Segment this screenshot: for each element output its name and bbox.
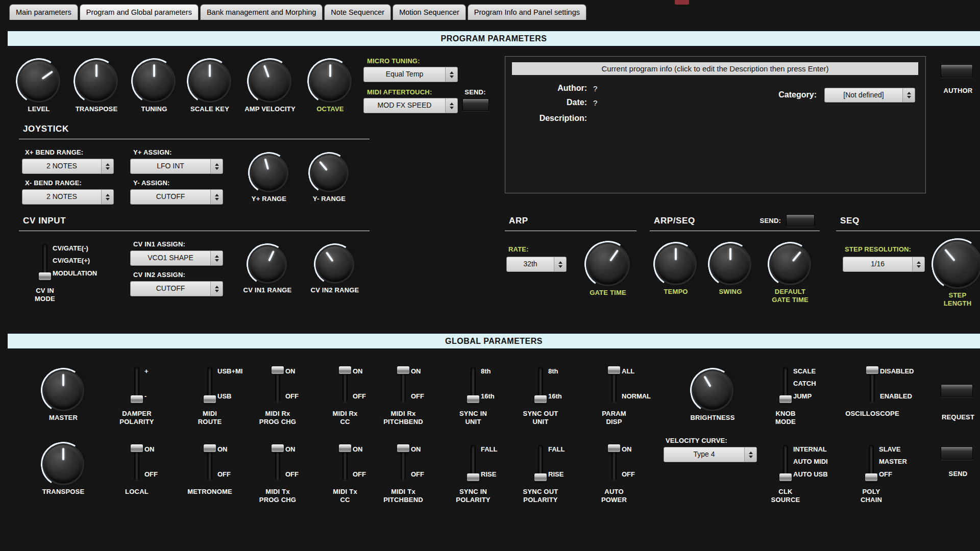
stepper-icon[interactable] xyxy=(210,282,223,296)
toggle-track[interactable] xyxy=(207,367,212,403)
stepper-icon[interactable] xyxy=(912,257,924,271)
toggle-thumb[interactable] xyxy=(608,444,620,452)
toggle-track[interactable] xyxy=(342,445,348,481)
arp-rate-select[interactable]: 32th xyxy=(506,257,567,272)
swing-knob[interactable]: SWING xyxy=(702,245,758,296)
toggle-track[interactable] xyxy=(869,445,874,481)
x-plus-bend-range-select[interactable]: 2 NOTES xyxy=(22,159,114,174)
author-button[interactable] xyxy=(941,64,973,78)
toggle-thumb[interactable] xyxy=(608,366,620,374)
toggle-thumb[interactable] xyxy=(272,444,284,452)
toggle-thumb[interactable] xyxy=(467,473,479,481)
toggle-thumb[interactable] xyxy=(339,444,351,452)
tempo-knob[interactable]: TEMPO xyxy=(648,245,704,296)
cv-in2-assign-select[interactable]: CUTOFF xyxy=(130,281,223,296)
amp-velocity-knob[interactable]: AMP VELOCITY xyxy=(242,61,298,113)
toggle-track[interactable] xyxy=(342,367,348,403)
toggle-thumb[interactable] xyxy=(865,473,877,481)
stepper-icon[interactable] xyxy=(101,190,113,204)
stepper-icon[interactable] xyxy=(554,257,566,271)
request-button[interactable] xyxy=(941,384,973,397)
stepper-icon[interactable] xyxy=(210,190,223,204)
toggle-track[interactable] xyxy=(611,445,617,481)
midi-aftertouch-label: MIDI AFTERTOUCH: xyxy=(367,88,432,96)
step-resolution-select[interactable]: 1/16 xyxy=(843,257,925,272)
toggle-track[interactable] xyxy=(783,445,788,481)
toggle-track[interactable] xyxy=(538,367,543,403)
stepper-icon[interactable] xyxy=(445,67,457,82)
category-select[interactable]: [Not defined] xyxy=(824,88,915,103)
cv-in1-assign-select[interactable]: VCO1 SHAPE xyxy=(130,251,223,266)
velocity-curve-select[interactable]: Type 4 xyxy=(664,447,757,462)
y-plus-assign-select[interactable]: LFO INT xyxy=(130,159,223,174)
send-button[interactable] xyxy=(941,446,973,460)
toggle-track[interactable] xyxy=(401,367,406,403)
toggle-track[interactable] xyxy=(783,367,788,403)
toggle-track[interactable] xyxy=(471,445,476,481)
default-gate-time-knob[interactable]: DEFAULTGATE TIME xyxy=(762,245,818,304)
toggle-thumb[interactable] xyxy=(779,473,792,481)
program-info-header[interactable]: Current program info (click to edit the … xyxy=(512,62,918,75)
toggle-thumb[interactable] xyxy=(204,395,216,403)
toggle-thumb[interactable] xyxy=(397,444,409,452)
toggle-track[interactable] xyxy=(134,445,139,481)
y-plus-assign-label: Y+ ASSIGN: xyxy=(133,148,172,156)
toggle-thumb[interactable] xyxy=(534,473,547,481)
stepper-icon[interactable] xyxy=(902,88,915,102)
toggle-thumb[interactable] xyxy=(272,366,284,374)
author-label: Author: xyxy=(510,84,587,93)
toggle-thumb[interactable] xyxy=(779,395,792,403)
arp-seq-send-display[interactable] xyxy=(786,214,815,227)
global-transpose-knob[interactable]: TRANSPOSE xyxy=(35,445,91,496)
toggle-thumb[interactable] xyxy=(534,395,547,403)
brightness-knob[interactable]: BRIGHTNESS xyxy=(684,371,741,422)
tab-motion-sequencer[interactable]: Motion Sequencer xyxy=(393,4,466,20)
tab-bank-management-morphing[interactable]: Bank management and Morphing xyxy=(200,4,323,20)
gate-time-knob[interactable]: GATE TIME xyxy=(580,244,636,297)
send-button-label: SEND xyxy=(935,470,980,478)
midi-aftertouch-select[interactable]: MOD FX SPEED xyxy=(363,98,458,113)
y-minus-assign-select[interactable]: CUTOFF xyxy=(130,189,223,205)
tab-program-info-panel-settings[interactable]: Program Info and Panel settings xyxy=(468,4,586,20)
tab-main-parameters[interactable]: Main parameters xyxy=(9,4,78,20)
micro-tuning-select[interactable]: Equal Temp xyxy=(363,67,458,82)
toggle-track[interactable] xyxy=(207,445,212,481)
y-plus-range-knob[interactable]: Y+ RANGE xyxy=(241,155,297,203)
transpose-knob[interactable]: TRANSPOSE xyxy=(68,61,125,113)
toggle-track[interactable] xyxy=(275,445,280,481)
cv-in2-range-knob[interactable]: CV IN2 RANGE xyxy=(307,246,363,294)
stepper-icon[interactable] xyxy=(210,251,223,265)
tab-program-global-parameters[interactable]: Program and Global parameters xyxy=(80,4,199,20)
toggle-track[interactable] xyxy=(134,367,139,403)
stepper-icon[interactable] xyxy=(101,159,113,173)
stepper-icon[interactable] xyxy=(210,159,223,173)
octave-knob[interactable]: OCTAVE xyxy=(302,61,358,113)
toggle-track[interactable] xyxy=(42,244,47,280)
toggle-track[interactable] xyxy=(870,367,875,403)
toggle-thumb[interactable] xyxy=(339,366,351,374)
toggle-thumb[interactable] xyxy=(131,395,143,403)
toggle-track[interactable] xyxy=(275,367,280,403)
toggle-thumb[interactable] xyxy=(39,272,51,280)
toggle-thumb[interactable] xyxy=(204,444,216,452)
toggle-track[interactable] xyxy=(471,367,476,403)
cv-in1-range-knob[interactable]: CV IN1 RANGE xyxy=(239,246,296,294)
toggle-thumb[interactable] xyxy=(131,444,143,452)
stepper-icon[interactable] xyxy=(744,447,756,462)
toggle-thumb[interactable] xyxy=(467,395,479,403)
y-minus-range-knob[interactable]: Y- RANGE xyxy=(301,155,357,203)
master-knob[interactable]: MASTER xyxy=(35,371,91,422)
scale-key-knob[interactable]: SCALE KEY xyxy=(182,61,238,113)
level-knob[interactable]: LEVEL xyxy=(11,61,67,113)
tuning-knob[interactable]: TUNING xyxy=(126,61,182,113)
x-minus-bend-range-select[interactable]: 2 NOTES xyxy=(22,189,114,205)
toggle-track[interactable] xyxy=(611,367,617,403)
toggle-track[interactable] xyxy=(538,445,543,481)
program-send-display[interactable] xyxy=(462,98,489,111)
tab-note-sequencer[interactable]: Note Sequencer xyxy=(324,4,391,20)
toggle-track[interactable] xyxy=(401,445,406,481)
step-length-knob[interactable]: STEPLENGTH xyxy=(929,241,980,308)
toggle-thumb[interactable] xyxy=(397,366,409,374)
toggle-thumb[interactable] xyxy=(866,366,878,374)
stepper-icon[interactable] xyxy=(445,98,457,113)
